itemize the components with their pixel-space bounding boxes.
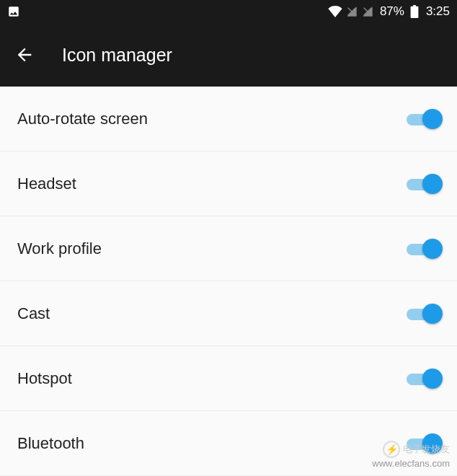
watermark-text-1: 电子发烧友	[403, 444, 450, 456]
watermark-logo: ⚡ 电子发烧友	[383, 441, 450, 458]
setting-label: Headset	[17, 175, 76, 193]
signal-icon-2	[362, 6, 373, 17]
status-left	[7, 5, 20, 18]
switch-thumb	[422, 174, 443, 194]
svg-rect-0	[411, 6, 419, 18]
battery-icon	[410, 5, 419, 18]
setting-hotspot[interactable]: Hotspot	[0, 346, 457, 411]
page-title: Icon manager	[62, 45, 172, 66]
status-right: 87% 3:25	[328, 4, 450, 19]
back-button[interactable]	[14, 45, 35, 65]
watermark-text-2: www.elecfans.com	[372, 458, 450, 470]
wifi-icon	[328, 6, 342, 17]
switch-thumb	[422, 369, 443, 389]
status-bar: 87% 3:25	[0, 0, 457, 23]
svg-rect-1	[413, 5, 416, 7]
signal-icon-1	[346, 6, 358, 17]
status-time: 3:25	[426, 4, 450, 19]
switch-thumb	[422, 109, 443, 129]
setting-cast[interactable]: Cast	[0, 281, 457, 346]
app-bar: Icon manager	[0, 23, 457, 87]
switch-thumb	[422, 239, 443, 259]
switch-thumb	[422, 304, 443, 324]
setting-auto-rotate[interactable]: Auto-rotate screen	[0, 87, 457, 151]
watermark-icon: ⚡	[383, 441, 400, 458]
toggle-switch[interactable]	[407, 369, 440, 389]
setting-headset[interactable]: Headset	[0, 151, 457, 216]
setting-label: Work profile	[17, 239, 102, 258]
setting-label: Auto-rotate screen	[17, 110, 148, 128]
setting-label: Bluetooth	[17, 434, 84, 453]
watermark: ⚡ 电子发烧友 www.elecfans.com	[372, 441, 450, 470]
toggle-switch[interactable]	[407, 109, 440, 129]
setting-work-profile[interactable]: Work profile	[0, 216, 457, 281]
setting-label: Cast	[17, 304, 50, 323]
toggle-switch[interactable]	[407, 239, 440, 259]
toggle-switch[interactable]	[407, 304, 440, 324]
picture-icon	[7, 5, 20, 18]
settings-list: Auto-rotate screen Headset Work profile …	[0, 87, 457, 476]
toggle-switch[interactable]	[407, 174, 440, 194]
setting-label: Hotspot	[17, 369, 72, 388]
battery-percentage: 87%	[380, 4, 404, 19]
